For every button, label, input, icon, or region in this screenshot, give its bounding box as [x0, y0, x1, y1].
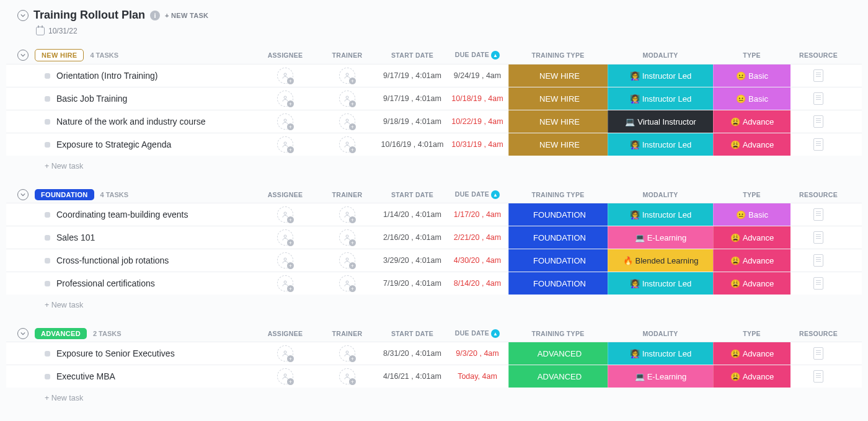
due-date[interactable]: 1/17/20 , 4am [446, 203, 508, 226]
due-date[interactable]: 10/18/19 , 4am [446, 87, 508, 110]
task-name[interactable]: Cross-functional job rotations [56, 255, 169, 265]
start-date[interactable]: 10/16/19 , 4:01am [378, 133, 446, 156]
status-dot[interactable] [45, 212, 50, 218]
type-tag[interactable]: 😩Advance [713, 342, 790, 365]
task-row[interactable]: Cross-functional job rotations + + 3/29/… [6, 249, 862, 272]
new-task-button[interactable]: + NEW TASK [165, 12, 208, 19]
modality-tag[interactable]: 👩‍🏫Instructor Led [608, 203, 713, 226]
resource-doc-icon[interactable] [813, 370, 823, 383]
assignee-add[interactable]: + [277, 91, 293, 107]
status-dot[interactable] [45, 374, 50, 379]
trainer-add[interactable]: + [339, 206, 355, 223]
training-type-tag[interactable]: NEW HIRE [508, 133, 608, 156]
start-date[interactable]: 2/16/20 , 4:01am [378, 226, 446, 249]
due-date[interactable]: Today, 4am [446, 365, 508, 388]
status-dot[interactable] [45, 96, 50, 102]
start-date[interactable]: 1/14/20 , 4:01am [378, 203, 446, 226]
task-row[interactable]: Orientation (Intro Training) + + 9/17/19… [6, 64, 862, 87]
type-tag[interactable]: 😐Basic [713, 64, 790, 87]
trainer-add[interactable]: + [339, 275, 355, 291]
status-dot[interactable] [45, 73, 50, 79]
task-row[interactable]: Coordinating team-building events + + 1/… [6, 203, 862, 226]
resource-doc-icon[interactable] [813, 277, 823, 290]
task-name[interactable]: Orientation (Intro Training) [56, 71, 157, 81]
training-type-tag[interactable]: NEW HIRE [508, 64, 608, 87]
modality-tag[interactable]: 👩‍🏫Instructor Led [608, 133, 713, 156]
start-date[interactable]: 8/31/20 , 4:01am [378, 342, 446, 365]
due-date[interactable]: 8/14/20 , 4am [446, 272, 508, 295]
status-dot[interactable] [45, 142, 50, 148]
task-row[interactable]: Executive MBA + + 4/16/21 , 4:01am Today… [6, 365, 862, 388]
due-date[interactable]: 4/30/20 , 4am [446, 249, 508, 272]
assignee-add[interactable]: + [277, 252, 293, 268]
task-name[interactable]: Coordinating team-building events [56, 210, 188, 219]
resource-doc-icon[interactable] [813, 138, 823, 151]
resource-doc-icon[interactable] [813, 92, 823, 105]
trainer-add[interactable]: + [339, 368, 355, 384]
training-type-tag[interactable]: NEW HIRE [508, 110, 608, 133]
start-date[interactable]: 9/17/19 , 4:01am [378, 64, 446, 87]
resource-doc-icon[interactable] [813, 115, 823, 128]
task-name[interactable]: Sales 101 [56, 233, 95, 242]
status-dot[interactable] [45, 351, 50, 357]
resource-doc-icon[interactable] [813, 231, 823, 244]
assignee-add[interactable]: + [277, 113, 293, 130]
modality-tag[interactable]: 👩‍🏫Instructor Led [608, 272, 713, 295]
task-row[interactable]: Professional certifications + + 7/19/20 … [6, 272, 862, 295]
training-type-tag[interactable]: ADVANCED [508, 342, 608, 365]
training-type-tag[interactable]: FOUNDATION [508, 272, 608, 295]
assignee-add[interactable]: + [277, 136, 293, 153]
task-name[interactable]: Basic Job Training [56, 94, 127, 104]
group-collapse-toggle[interactable] [17, 50, 29, 61]
modality-tag[interactable]: 👩‍🏫Instructor Led [608, 87, 713, 110]
modality-tag[interactable]: 👩‍🏫Instructor Led [608, 342, 713, 365]
assignee-add[interactable]: + [277, 68, 293, 84]
task-name[interactable]: Professional certifications [56, 278, 155, 288]
new-task-inline[interactable]: + New task [6, 295, 862, 314]
status-dot[interactable] [45, 258, 50, 264]
training-type-tag[interactable]: FOUNDATION [508, 203, 608, 226]
status-dot[interactable] [45, 119, 50, 125]
task-name[interactable]: Exposure to Strategic Agenda [56, 140, 171, 149]
type-tag[interactable]: 😩Advance [713, 249, 790, 272]
info-icon[interactable]: i [150, 11, 160, 20]
sort-asc-icon[interactable]: ▲ [491, 51, 500, 60]
assignee-add[interactable]: + [277, 345, 293, 361]
group-collapse-toggle[interactable] [17, 189, 29, 200]
modality-tag[interactable]: 💻Virtual Instructor [608, 110, 713, 133]
training-type-tag[interactable]: NEW HIRE [508, 87, 608, 110]
collapse-all-toggle[interactable] [17, 10, 29, 21]
new-task-inline[interactable]: + New task [6, 156, 862, 175]
due-date[interactable]: 9/24/19 , 4am [446, 64, 508, 87]
modality-tag[interactable]: 🔥Blended Learning [608, 249, 713, 272]
start-date[interactable]: 7/19/20 , 4:01am [378, 272, 446, 295]
resource-doc-icon[interactable] [813, 69, 823, 82]
sort-asc-icon[interactable]: ▲ [491, 329, 500, 338]
modality-tag[interactable]: 💻E-Learning [608, 365, 713, 388]
trainer-add[interactable]: + [339, 68, 355, 84]
type-tag[interactable]: 😩Advance [713, 133, 790, 156]
task-row[interactable]: Exposure to Senior Executives + + 8/31/2… [6, 342, 862, 365]
start-date[interactable]: 4/16/21 , 4:01am [378, 365, 446, 388]
trainer-add[interactable]: + [339, 136, 355, 153]
start-date[interactable]: 3/29/20 , 4:01am [378, 249, 446, 272]
status-dot[interactable] [45, 235, 50, 241]
training-type-tag[interactable]: FOUNDATION [508, 249, 608, 272]
group-pill[interactable]: NEW HIRE [35, 49, 84, 61]
start-date[interactable]: 9/18/19 , 4:01am [378, 110, 446, 133]
task-row[interactable]: Exposure to Strategic Agenda + + 10/16/1… [6, 133, 862, 156]
new-task-inline[interactable]: + New task [6, 388, 862, 407]
task-row[interactable]: Nature of the work and industry course +… [6, 110, 862, 133]
assignee-add[interactable]: + [277, 229, 293, 246]
assignee-add[interactable]: + [277, 206, 293, 223]
due-date[interactable]: 2/21/20 , 4am [446, 226, 508, 249]
sort-asc-icon[interactable]: ▲ [491, 190, 500, 199]
due-date[interactable]: 10/31/19 , 4am [446, 133, 508, 156]
due-date[interactable]: 10/22/19 , 4am [446, 110, 508, 133]
start-date[interactable]: 9/17/19 , 4:01am [378, 87, 446, 110]
task-name[interactable]: Exposure to Senior Executives [56, 348, 175, 358]
modality-tag[interactable]: 👩‍🏫Instructor Led [608, 64, 713, 87]
training-type-tag[interactable]: FOUNDATION [508, 226, 608, 249]
task-row[interactable]: Sales 101 + + 2/16/20 , 4:01am 2/21/20 ,… [6, 226, 862, 249]
status-dot[interactable] [45, 281, 50, 286]
